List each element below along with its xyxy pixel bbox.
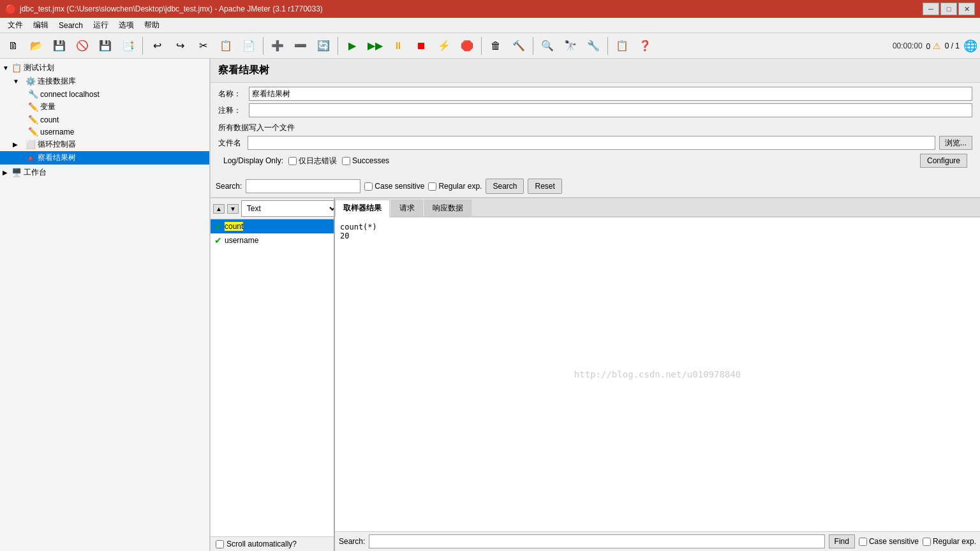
paste-button[interactable]: 📄 <box>238 35 260 57</box>
case-sensitive-label[interactable]: Case sensitive <box>364 182 424 191</box>
result-item-username-label: username <box>225 236 258 245</box>
successes-label[interactable]: Successes <box>342 156 389 165</box>
tree-item-connect-db[interactable]: ▼ ⚙️ 连接数据库 <box>0 75 209 88</box>
maximize-button[interactable]: □ <box>940 3 957 15</box>
function-helper[interactable]: 🔨 <box>508 35 530 57</box>
bottom-search-input[interactable] <box>369 534 824 548</box>
stop-button[interactable]: 🚫 <box>71 35 93 57</box>
regular-exp-label[interactable]: Regular exp. <box>428 182 482 191</box>
menu-edit[interactable]: 编辑 <box>28 18 54 33</box>
binoculars-button[interactable]: 🔭 <box>560 35 581 57</box>
tree-expand-workbench[interactable]: ▶ <box>3 169 11 176</box>
bottom-case-sensitive-checkbox[interactable] <box>859 538 867 546</box>
tree-item-loop-controller[interactable]: ▶ ⬜ 循环控制器 <box>0 138 209 151</box>
open-button[interactable]: 📂 <box>26 35 47 57</box>
tab-response-data[interactable]: 响应数据 <box>424 200 471 216</box>
clear-button[interactable]: 🔄 <box>313 35 334 57</box>
stop-run-button[interactable]: ⏹ <box>410 35 432 57</box>
menu-options[interactable]: 选项 <box>114 18 139 33</box>
sort-asc-button[interactable]: ▲ <box>213 204 225 214</box>
name-input[interactable] <box>249 87 972 101</box>
app-icon: 🔴 <box>5 4 16 14</box>
undo-button[interactable]: ↩ <box>146 35 168 57</box>
new-button[interactable]: 🗎 <box>3 35 24 57</box>
search-toolbar[interactable]: 🔍 <box>537 35 558 57</box>
result-success-icon-username: ✔ <box>214 235 222 246</box>
result-tree-panel: ▲ ▼ Text RegExp Tester CSS/JQuery Tester… <box>211 198 335 551</box>
view-results-icon: 🔺 <box>26 153 36 163</box>
reset-button[interactable]: Reset <box>528 179 561 194</box>
remove-button[interactable]: ➖ <box>290 35 311 57</box>
toolbar-sep-1 <box>142 37 143 55</box>
save-all-button[interactable]: 💾 <box>48 35 70 57</box>
bottom-regular-exp-label[interactable]: Regular exp. <box>923 537 976 546</box>
redo-button[interactable]: ↪ <box>169 35 191 57</box>
workbench-icon: 🖥️ <box>11 168 22 177</box>
connect-localhost-icon: 🔧 <box>28 89 38 99</box>
title-bar: 🔴 jdbc_test.jmx (C:\Users\slowchen\Deskt… <box>0 0 980 18</box>
tree-expand-arrow[interactable]: ▼ <box>3 64 11 71</box>
search-button[interactable]: Search <box>486 179 524 194</box>
menu-run[interactable]: 运行 <box>88 18 114 33</box>
cut-button[interactable]: ✂ <box>192 35 214 57</box>
scroll-auto-checkbox[interactable] <box>216 540 224 548</box>
find-button[interactable]: Find <box>829 534 855 548</box>
tree-expand-arrow-3[interactable]: ▶ <box>13 141 22 148</box>
comment-label: 注释： <box>218 105 244 116</box>
tree-item-label: connect localhost <box>40 90 100 99</box>
bianliang-icon: ✏️ <box>28 102 38 112</box>
close-button[interactable]: ✕ <box>958 3 975 15</box>
tree-item-username[interactable]: ✏️ username <box>0 126 209 138</box>
text-select[interactable]: Text RegExp Tester CSS/JQuery Tester XPa… <box>242 201 335 216</box>
log-options-row: Log/Display Only: 仅日志错误 Successes Config… <box>218 154 972 172</box>
minimize-button[interactable]: ─ <box>923 3 939 15</box>
stop-remote[interactable]: 🛑 <box>456 35 478 57</box>
file-input[interactable] <box>248 136 935 150</box>
toolbar-sep-5 <box>533 37 533 55</box>
help-button[interactable]: ❓ <box>634 35 656 57</box>
copy-button[interactable]: 📋 <box>215 35 237 57</box>
tree-item-bianliang[interactable]: ✏️ 变量 <box>0 100 209 114</box>
result-item-username[interactable]: ✔ username <box>211 233 334 247</box>
toolbar-sep-6 <box>607 37 608 55</box>
tab-sampler-result[interactable]: 取样器结果 <box>335 200 390 217</box>
templates-button[interactable]: 📑 <box>117 35 139 57</box>
regular-exp-checkbox[interactable] <box>428 182 436 191</box>
start-button[interactable]: ▶ <box>341 35 363 57</box>
configure-button[interactable]: Configure <box>920 154 967 168</box>
add-button[interactable]: ➕ <box>267 35 288 57</box>
count-icon: ✏️ <box>28 115 38 124</box>
panel-header: 察看结果树 <box>211 59 980 83</box>
successes-checkbox[interactable] <box>342 157 350 165</box>
tree-item-connect-localhost[interactable]: 🔧 connect localhost <box>0 88 209 100</box>
tree-item-view-results[interactable]: 🔺 察看结果树 <box>0 151 209 165</box>
start-no-pauses[interactable]: ▶▶ <box>364 35 386 57</box>
tree-item-workbench[interactable]: ▶ 🖥️ 工作台 <box>0 166 209 179</box>
bottom-regular-exp-checkbox[interactable] <box>923 538 931 546</box>
log-only-error-label[interactable]: 仅日志错误 <box>288 156 337 166</box>
clear-all-button[interactable]: 🗑 <box>485 35 507 57</box>
list-button[interactable]: 📋 <box>611 35 633 57</box>
comment-input[interactable] <box>249 103 972 117</box>
run-remote[interactable]: ⚡ <box>433 35 455 57</box>
bottom-search-label: Search: <box>339 537 365 546</box>
log-only-error-checkbox[interactable] <box>288 157 297 165</box>
menu-help[interactable]: 帮助 <box>139 18 165 33</box>
case-sensitive-checkbox[interactable] <box>364 182 373 191</box>
bottom-case-sensitive-label[interactable]: Case sensitive <box>859 537 919 546</box>
search-input[interactable] <box>246 179 360 193</box>
menu-file[interactable]: 文件 <box>3 18 28 33</box>
pause-button[interactable]: ⏸ <box>387 35 409 57</box>
text-selector[interactable]: Text RegExp Tester CSS/JQuery Tester XPa… <box>241 200 335 217</box>
tab-request[interactable]: 请求 <box>391 200 423 216</box>
tree-item-test-plan[interactable]: ▼ 📋 测试计划 <box>0 61 209 75</box>
tree-expand-arrow-2[interactable]: ▼ <box>13 78 22 85</box>
sort-desc-button[interactable]: ▼ <box>227 204 239 214</box>
menu-search[interactable]: Search <box>54 18 88 33</box>
content-area: ▲ ▼ Text RegExp Tester CSS/JQuery Tester… <box>211 198 980 551</box>
save-button[interactable]: 💾 <box>94 35 116 57</box>
result-item-count[interactable]: ✔ count <box>211 219 334 233</box>
tree-item-count[interactable]: ✏️ count <box>0 114 209 126</box>
options-button[interactable]: 🔧 <box>583 35 604 57</box>
browse-button[interactable]: 浏览... <box>939 136 972 150</box>
